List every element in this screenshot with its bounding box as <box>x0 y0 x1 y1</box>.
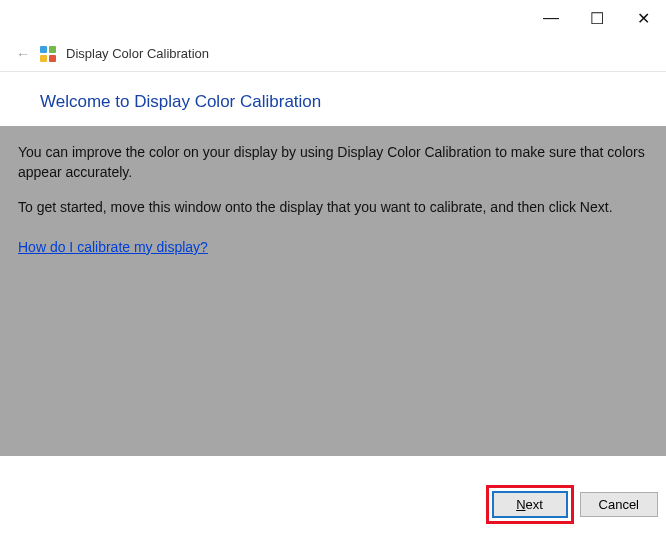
titlebar: — ☐ ✕ <box>0 0 666 36</box>
back-icon[interactable]: ← <box>16 47 30 61</box>
maximize-icon: ☐ <box>590 9 604 28</box>
close-icon: ✕ <box>637 9 650 28</box>
intro-paragraph-2: To get started, move this window onto th… <box>18 197 648 217</box>
footer-bar: Next Cancel <box>0 474 666 534</box>
next-button-highlight: Next <box>486 485 574 524</box>
header-bar: ← Display Color Calibration <box>0 36 666 72</box>
cancel-button[interactable]: Cancel <box>580 492 658 517</box>
maximize-button[interactable]: ☐ <box>574 0 620 36</box>
content-area: You can improve the color on your displa… <box>0 126 666 456</box>
next-button[interactable]: Next <box>492 491 568 518</box>
app-icon <box>40 46 56 62</box>
close-button[interactable]: ✕ <box>620 0 666 36</box>
window-title: Display Color Calibration <box>66 46 209 61</box>
help-link[interactable]: How do I calibrate my display? <box>18 237 208 257</box>
intro-paragraph-1: You can improve the color on your displa… <box>18 142 648 183</box>
minimize-icon: — <box>543 9 559 27</box>
minimize-button[interactable]: — <box>528 0 574 36</box>
page-heading: Welcome to Display Color Calibration <box>40 92 626 112</box>
heading-area: Welcome to Display Color Calibration <box>0 72 666 126</box>
